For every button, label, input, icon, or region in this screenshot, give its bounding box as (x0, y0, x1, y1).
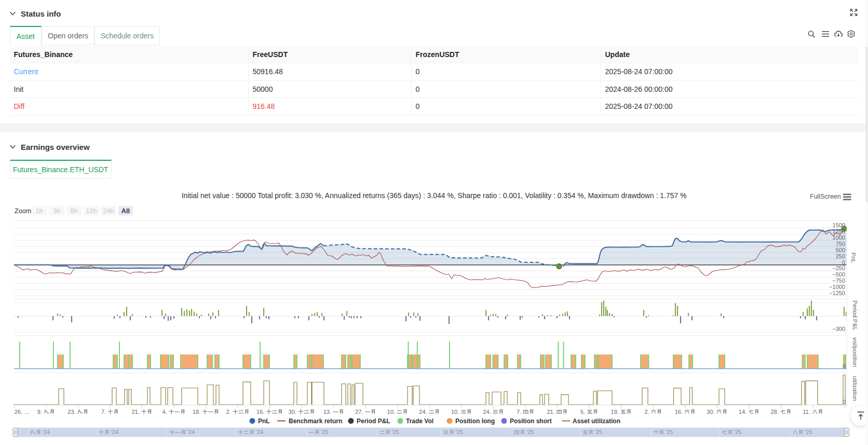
svg-text:0: 0 (843, 363, 846, 369)
svg-text:8h: 8h (70, 207, 77, 215)
svg-text:utilization: utilization (852, 376, 858, 401)
svg-text:3h: 3h (53, 207, 60, 215)
svg-text:18.: 18. (193, 409, 200, 415)
svg-text:−1000: −1000 (829, 284, 845, 290)
svg-text:250: 250 (836, 253, 845, 259)
svg-text:13.: 13. (323, 409, 331, 415)
svg-text:−300: −300 (832, 326, 845, 332)
svg-text:24.: 24. (483, 409, 491, 415)
svg-text:2.: 2. (226, 409, 231, 415)
svg-text:Position short: Position short (510, 418, 552, 425)
svg-text:10.: 10. (387, 409, 395, 415)
svg-text:'25: '25 (456, 429, 463, 435)
svg-text:PnL: PnL (258, 418, 270, 425)
svg-text:'24: '24 (187, 429, 195, 435)
svg-text:12h: 12h (86, 207, 97, 215)
svg-text:2.: 2. (644, 409, 649, 415)
svg-text:14.: 14. (739, 409, 747, 415)
svg-text:Period P&L: Period P&L (852, 300, 858, 331)
svg-text:0: 0 (842, 259, 845, 266)
svg-text:−750: −750 (832, 277, 845, 284)
svg-text:27.: 27. (355, 409, 363, 415)
svg-text:'25: '25 (805, 429, 812, 435)
svg-text:24.: 24. (419, 409, 427, 415)
svg-text:11.: 11. (803, 409, 810, 415)
svg-text:7.: 7. (101, 409, 106, 415)
svg-text:16.: 16. (256, 409, 264, 415)
svg-text:Trade Vol: Trade Vol (406, 418, 433, 425)
svg-text:FullScreen: FullScreen (810, 193, 841, 200)
svg-text:'25: '25 (734, 429, 741, 435)
svg-text:All: All (121, 207, 130, 215)
svg-text:PnL: PnL (850, 253, 857, 263)
svg-text:'25: '25 (666, 429, 673, 435)
svg-text:19.: 19. (611, 409, 619, 415)
svg-text:Zoom: Zoom (15, 207, 31, 215)
svg-text:26. …: 26. … (15, 409, 30, 415)
svg-text:1000: 1000 (833, 234, 845, 241)
svg-text:0: 0 (843, 399, 846, 405)
svg-text:10.: 10. (451, 409, 459, 415)
svg-text:28.: 28. (770, 409, 778, 415)
svg-text:1250: 1250 (833, 228, 845, 234)
svg-text:9.: 9. (37, 409, 42, 415)
svg-text:500: 500 (836, 247, 845, 253)
svg-text:1500: 1500 (833, 222, 845, 228)
svg-text:vol/position: vol/position (852, 337, 858, 367)
svg-text:4.: 4. (162, 409, 167, 415)
svg-text:Benchmark return: Benchmark return (289, 418, 342, 425)
svg-text:'24: '24 (43, 429, 50, 435)
svg-text:'25: '25 (391, 429, 399, 435)
svg-text:−250: −250 (832, 265, 845, 271)
svg-text:'25: '25 (595, 429, 602, 435)
svg-text:'25: '25 (526, 429, 534, 435)
svg-text:−500: −500 (832, 271, 845, 277)
svg-text:30.: 30. (707, 409, 714, 415)
svg-text:30.: 30. (289, 409, 296, 415)
svg-text:'25: '25 (321, 429, 328, 435)
svg-text:5.: 5. (580, 409, 585, 415)
svg-text:Initial net value : 50000 Tota: Initial net value : 50000 Total profit: … (182, 191, 687, 200)
svg-text:7.: 7. (517, 409, 521, 415)
svg-text:−1250: −1250 (829, 290, 845, 296)
svg-text:16.: 16. (675, 409, 683, 415)
svg-text:21.: 21. (131, 409, 139, 415)
svg-text:Asset utilization: Asset utilization (573, 418, 620, 425)
svg-text:'24: '24 (111, 429, 118, 435)
svg-text:1h: 1h (35, 207, 43, 215)
svg-text:'24: '24 (256, 429, 263, 435)
svg-text:21.: 21. (547, 409, 555, 415)
svg-text:24h: 24h (103, 207, 114, 215)
svg-text:Position long: Position long (455, 418, 495, 425)
svg-text:23.: 23. (67, 409, 75, 415)
svg-text:Period P&L: Period P&L (357, 418, 390, 425)
svg-text:750: 750 (836, 241, 845, 247)
